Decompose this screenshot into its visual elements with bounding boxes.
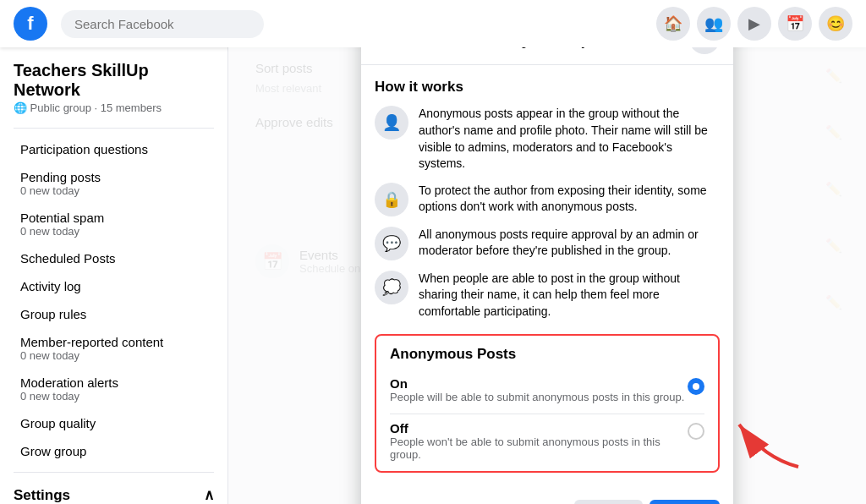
modal-close-button[interactable]: ×	[689, 47, 720, 54]
modal-footer: Cancel Save	[361, 500, 733, 504]
home-nav-icon[interactable]: 🏠	[656, 7, 690, 41]
info-item-3: 💬 All anonymous posts require approval b…	[375, 227, 720, 260]
content-area: Sort posts Most relevant Approve edits 📅…	[228, 47, 866, 504]
sidebar: Teachers SkillUp Network 🌐 Public group …	[0, 47, 228, 504]
sidebar-item-participation[interactable]: Participation questions	[7, 135, 221, 163]
info-text-4: When people are able to post in the grou…	[419, 271, 720, 320]
main-layout: Teachers SkillUp Network 🌐 Public group …	[0, 47, 866, 504]
sidebar-item-quality[interactable]: Group quality	[7, 409, 221, 437]
modal-header: Anonymous post ×	[361, 47, 733, 65]
sidebar-item-scheduled[interactable]: Scheduled Posts	[7, 244, 221, 272]
sidebar-divider-top	[14, 128, 214, 129]
calendar-nav-icon[interactable]: 📅	[778, 7, 812, 41]
sidebar-item-activity-log[interactable]: Activity log	[7, 272, 221, 300]
modal-overlay: Anonymous post × How it works 👤 Anonymou…	[228, 47, 866, 504]
how-it-works-title: How it works	[375, 79, 720, 96]
info-item-1: 👤 Anonymous posts appear in the group wi…	[375, 106, 720, 172]
search-input[interactable]	[61, 10, 264, 38]
radio-off-label: Off	[390, 421, 688, 436]
cancel-button[interactable]: Cancel	[574, 500, 643, 504]
group-meta: 🌐 Public group · 15 members	[0, 101, 227, 121]
lock-icon: 🔒	[375, 183, 408, 216]
anonymous-posts-section: Anonymous Posts On People will be able t…	[375, 334, 720, 473]
sidebar-item-moderation[interactable]: Moderation alerts 0 new today	[7, 369, 221, 409]
sidebar-item-grow[interactable]: Grow group	[7, 437, 221, 465]
info-text-2: To protect the author from exposing thei…	[419, 183, 720, 216]
sidebar-divider-settings	[14, 472, 214, 473]
settings-section-header: Settings ∧	[0, 479, 227, 504]
radio-off-circle[interactable]	[688, 423, 704, 440]
thought-bubble-icon: 💭	[375, 271, 408, 304]
radio-option-on[interactable]: On People will be able to submit anonymo…	[376, 370, 718, 414]
radio-on-label: On	[390, 376, 688, 391]
people-nav-icon[interactable]: 👥	[697, 7, 731, 41]
sidebar-item-spam[interactable]: Potential spam 0 new today	[7, 204, 221, 244]
chevron-up-icon: ∧	[204, 486, 214, 504]
radio-on-desc: People will be able to submit anonymous …	[390, 391, 688, 403]
info-item-4: 💭 When people are able to post in the gr…	[375, 271, 720, 320]
sidebar-item-group-rules[interactable]: Group rules	[7, 300, 221, 328]
info-items-list: 👤 Anonymous posts appear in the group wi…	[375, 106, 720, 320]
radio-off-content: Off People won't be able to submit anony…	[390, 421, 688, 461]
modal-title: Anonymous post	[405, 47, 689, 49]
chat-approval-icon: 💬	[375, 227, 408, 260]
modal-body: How it works 👤 Anonymous posts appear in…	[361, 65, 733, 499]
anonymous-post-modal: Anonymous post × How it works 👤 Anonymou…	[361, 47, 733, 504]
save-button[interactable]: Save	[650, 500, 720, 504]
group-name: Teachers SkillUp Network	[0, 54, 227, 101]
nav-icons-group: 🏠 👥 ▶ 📅 😊	[656, 7, 852, 41]
radio-off-desc: People won't be able to submit anonymous…	[390, 436, 688, 461]
sidebar-item-reported[interactable]: Member-reported content 0 new today	[7, 328, 221, 369]
top-navigation: f 🏠 👥 ▶ 📅 😊	[0, 0, 866, 47]
info-text-3: All anonymous posts require approval by …	[419, 227, 720, 260]
facebook-logo: f	[14, 7, 47, 41]
radio-option-off[interactable]: Off People won't be able to submit anony…	[376, 414, 718, 471]
radio-on-content: On People will be able to submit anonymo…	[390, 376, 688, 403]
info-item-2: 🔒 To protect the author from exposing th…	[375, 183, 720, 216]
radio-on-circle[interactable]	[688, 378, 704, 395]
person-icon: 👤	[375, 106, 408, 140]
close-icon: ×	[700, 47, 710, 48]
profile-nav-icon[interactable]: 😊	[819, 7, 852, 41]
sidebar-item-pending[interactable]: Pending posts 0 new today	[7, 163, 221, 204]
video-nav-icon[interactable]: ▶	[737, 7, 771, 41]
info-text-1: Anonymous posts appear in the group with…	[419, 106, 720, 172]
anon-posts-title: Anonymous Posts	[376, 336, 718, 370]
